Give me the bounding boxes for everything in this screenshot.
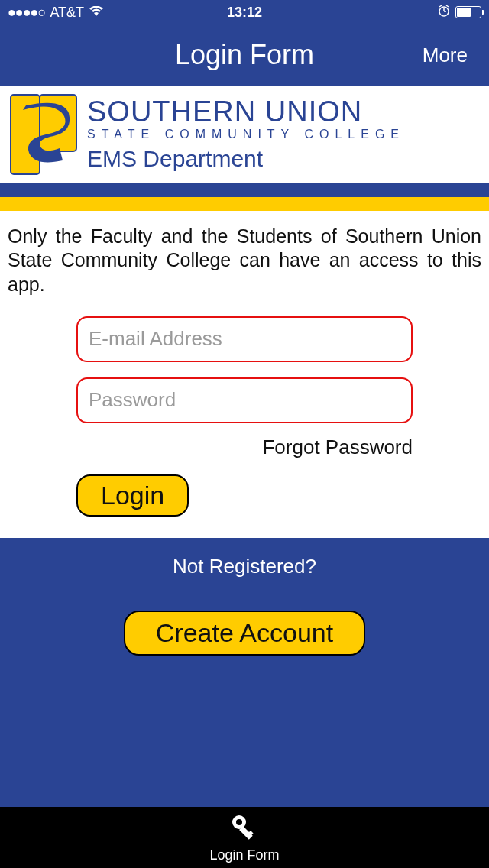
status-right: [437, 4, 481, 21]
forgot-password-link[interactable]: Forgot Password: [76, 436, 413, 459]
college-name: SOUTHERN UNION: [87, 97, 480, 126]
divider-stripe-yellow: [0, 197, 489, 211]
not-registered-label: Not Registered?: [173, 555, 316, 578]
svg-line-4: [446, 5, 449, 7]
department-name: EMS Department: [87, 146, 480, 172]
tab-label[interactable]: Login Form: [209, 847, 279, 863]
divider-stripe-blue: [0, 183, 489, 197]
register-section: Not Registered? Create Account: [0, 538, 489, 807]
college-subtitle: STATE COMMUNITY COLLEGE: [87, 128, 480, 141]
login-button[interactable]: Login: [76, 474, 189, 517]
main-content: Only the Faculty and the Students of Sou…: [0, 211, 489, 538]
alarm-icon: [437, 4, 451, 21]
email-input[interactable]: [76, 316, 413, 362]
nav-header: Login Form More: [0, 24, 489, 86]
status-bar: ●●●●○ AT&T 13:12: [0, 0, 489, 24]
page-title: Login Form: [175, 39, 314, 71]
create-account-button[interactable]: Create Account: [124, 611, 365, 656]
status-time: 13:12: [227, 5, 262, 21]
key-icon[interactable]: [229, 812, 260, 846]
college-logo-icon: [9, 92, 78, 177]
carrier-label: AT&T: [50, 5, 84, 21]
access-description: Only the Faculty and the Students of Sou…: [8, 225, 481, 296]
battery-icon: [455, 6, 481, 18]
svg-line-3: [439, 5, 442, 7]
login-form: Forgot Password Login: [8, 316, 481, 517]
status-left: ●●●●○ AT&T: [8, 5, 104, 21]
more-button[interactable]: More: [423, 44, 468, 67]
signal-dots-icon: ●●●●○: [8, 5, 45, 21]
svg-point-8: [236, 819, 242, 825]
wifi-icon: [89, 5, 104, 21]
logo-header: SOUTHERN UNION STATE COMMUNITY COLLEGE E…: [0, 86, 489, 183]
password-input[interactable]: [76, 377, 413, 423]
tab-bar: Login Form: [0, 807, 489, 868]
logo-text: SOUTHERN UNION STATE COMMUNITY COLLEGE E…: [87, 97, 480, 172]
